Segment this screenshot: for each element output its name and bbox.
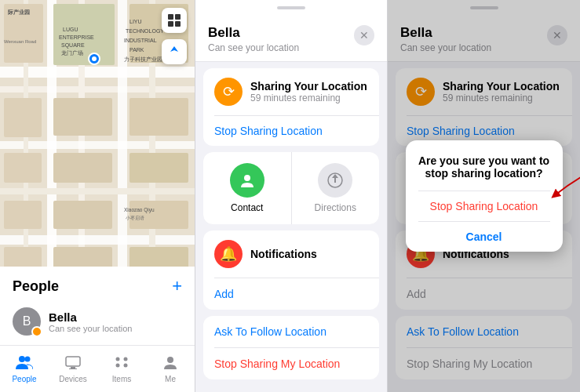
- dialog-confirm-button[interactable]: Stop Sharing Location: [418, 191, 550, 221]
- tab-me[interactable]: Me: [146, 346, 195, 392]
- svg-text:小枣启语: 小枣启语: [126, 215, 144, 220]
- people-section: People + B Bella Can see your location: [0, 267, 195, 345]
- add-notification-button[interactable]: Add: [203, 278, 379, 310]
- svg-rect-6: [0, 141, 195, 149]
- svg-rect-52: [71, 367, 75, 368]
- svg-text:Wenxuan Road: Wenxuan Road: [4, 39, 36, 44]
- items-icon: [114, 355, 129, 373]
- avatar: B: [13, 307, 41, 336]
- devices-icon: [65, 355, 81, 373]
- directions-action: Directions: [292, 152, 380, 224]
- people-title: People: [13, 278, 59, 295]
- svg-text:PARK: PARK: [129, 47, 144, 53]
- svg-rect-17: [4, 153, 42, 183]
- sheet-subtitle: Can see your location: [208, 42, 299, 53]
- person-name: Bella: [49, 310, 132, 324]
- right-panel-wrapper: Bella Can see your location ✕ ⟳ Sharing …: [388, 0, 580, 392]
- ask-follow-button[interactable]: Ask To Follow Location: [203, 316, 379, 347]
- dialog-cancel-button[interactable]: Cancel: [418, 222, 550, 252]
- person-item[interactable]: B Bella Can see your location: [13, 304, 182, 339]
- tab-people-label: People: [12, 375, 36, 383]
- svg-text:LUGU: LUGU: [63, 27, 78, 32]
- contact-action[interactable]: Contact: [203, 152, 291, 224]
- svg-text:LIYU: LIYU: [129, 19, 142, 24]
- links-card: Ask To Follow Location Stop Sharing My L…: [203, 316, 379, 379]
- drag-handle: [277, 6, 305, 9]
- svg-text:TECHNOLOGY: TECHNOLOGY: [126, 28, 164, 34]
- map-icon-button[interactable]: [162, 8, 187, 33]
- svg-text:Xiaozao Qiyu: Xiaozao Qiyu: [124, 207, 155, 213]
- svg-point-42: [92, 56, 97, 61]
- notifications-icon: 🔔: [214, 240, 243, 268]
- svg-rect-19: [129, 153, 188, 183]
- svg-text:INDUSTRIAL: INDUSTRIAL: [124, 38, 157, 43]
- bottom-tabs: People Devices Items: [0, 345, 195, 392]
- tab-people[interactable]: People: [0, 346, 49, 392]
- svg-rect-1: [0, 67, 195, 78]
- sharing-title: Sharing Your Location: [250, 80, 367, 93]
- tab-items-label: Items: [112, 375, 131, 383]
- contact-icon: [230, 163, 264, 198]
- sharing-card: ⟳ Sharing Your Location 59 minutes remai…: [203, 68, 379, 146]
- svg-rect-53: [69, 368, 77, 369]
- location-button[interactable]: [162, 39, 187, 64]
- svg-point-49: [19, 356, 25, 362]
- svg-text:ENTERPRISE: ENTERPRISE: [59, 34, 94, 40]
- tab-items[interactable]: Items: [97, 346, 146, 392]
- svg-rect-48: [175, 21, 181, 27]
- tab-me-label: Me: [165, 375, 176, 383]
- dialog-overlay: Are you sure you want to stop sharing lo…: [388, 0, 580, 392]
- action-grid: Contact Directions: [203, 152, 379, 224]
- tab-devices[interactable]: Devices: [49, 346, 97, 392]
- directions-icon: [318, 163, 352, 198]
- svg-rect-15: [53, 98, 112, 136]
- notifications-title: Notifications: [250, 248, 317, 260]
- svg-point-58: [167, 357, 173, 363]
- svg-text:际产业园: 际产业园: [8, 9, 30, 15]
- svg-rect-22: [129, 201, 188, 229]
- svg-text:力子科技产业园: 力子科技产业园: [124, 56, 162, 62]
- tab-devices-label: Devices: [59, 375, 87, 383]
- close-button[interactable]: ✕: [354, 25, 374, 45]
- svg-rect-8: [0, 235, 195, 245]
- add-person-button[interactable]: +: [172, 276, 182, 296]
- annotation-arrow-right: [551, 164, 581, 203]
- svg-text:龙门广场: 龙门广场: [61, 50, 83, 56]
- avatar-badge: [31, 326, 42, 337]
- svg-rect-47: [168, 21, 173, 27]
- sharing-icon: ⟳: [214, 78, 243, 106]
- notifications-card: 🔔 Notifications Add: [203, 230, 379, 310]
- svg-rect-2: [0, 86, 195, 93]
- contact-label: Contact: [231, 202, 263, 213]
- sheet-header: Bella Can see your location ✕: [195, 16, 387, 62]
- svg-rect-45: [168, 14, 173, 20]
- svg-point-59: [244, 175, 250, 181]
- svg-rect-18: [53, 153, 112, 183]
- svg-rect-16: [129, 98, 188, 136]
- dialog-title: Are you sure you want to stop sharing lo…: [418, 154, 550, 180]
- me-icon: [162, 355, 178, 373]
- map-panel: 际产业园 Wenxuan Road LUGU ENTERPRISE SQUARE…: [0, 0, 195, 392]
- stop-sharing-button[interactable]: Stop Sharing Location: [203, 116, 379, 146]
- person-status: Can see your location: [49, 324, 132, 333]
- svg-point-56: [116, 363, 120, 367]
- svg-rect-46: [175, 14, 181, 20]
- directions-label: Directions: [315, 202, 356, 213]
- svg-point-50: [25, 356, 31, 361]
- svg-rect-51: [66, 357, 80, 366]
- svg-rect-20: [4, 201, 42, 229]
- svg-rect-7: [0, 188, 195, 194]
- svg-rect-14: [4, 98, 42, 137]
- svg-point-55: [124, 357, 128, 361]
- sharing-subtitle: 59 minutes remaining: [250, 93, 367, 103]
- svg-point-54: [116, 357, 120, 361]
- svg-point-57: [124, 363, 128, 367]
- middle-panel: Bella Can see your location ✕ ⟳ Sharing …: [195, 0, 388, 392]
- svg-rect-21: [53, 201, 112, 229]
- svg-text:SQUARE: SQUARE: [61, 42, 85, 49]
- confirmation-dialog: Are you sure you want to stop sharing lo…: [406, 140, 563, 252]
- people-icon: [16, 355, 33, 373]
- stop-sharing-my-location-button[interactable]: Stop Sharing My Location: [203, 348, 379, 379]
- sheet-title: Bella: [208, 25, 299, 41]
